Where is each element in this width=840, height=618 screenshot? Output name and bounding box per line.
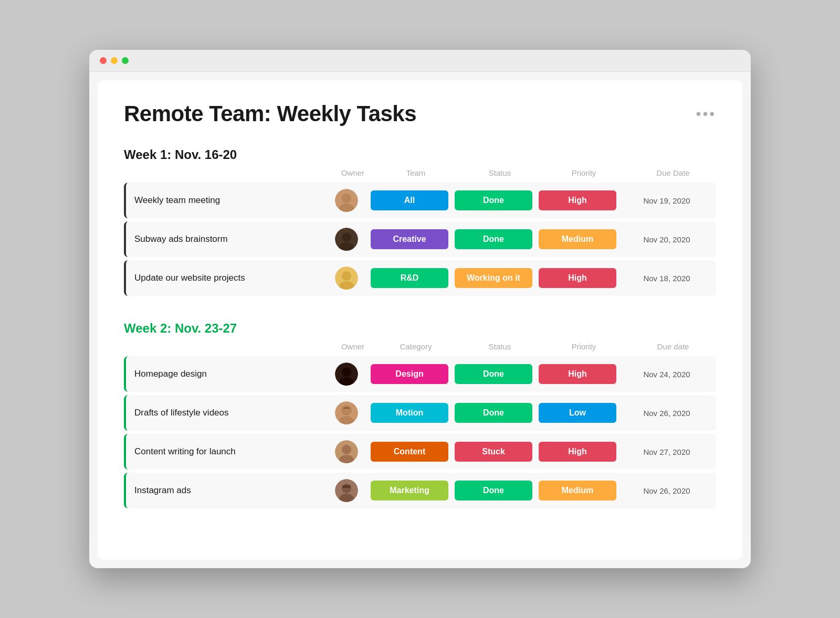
close-dot[interactable] xyxy=(100,57,107,64)
week1-header: Week 1: Nov. 16-20 xyxy=(124,147,716,162)
table-row[interactable]: Homepage design Design Done High Nov 24,… xyxy=(124,356,716,392)
task-name: Update our website projects xyxy=(126,264,326,292)
col-duedate-w2: Due date xyxy=(626,342,720,351)
team-badge[interactable]: Content xyxy=(368,442,452,462)
team-badge[interactable]: Design xyxy=(368,364,452,384)
task-name: Content writing for launch xyxy=(126,438,326,465)
avatar xyxy=(326,363,368,386)
priority-badge[interactable]: Low xyxy=(536,403,620,423)
table-row[interactable]: Content writing for launch Content Stuck… xyxy=(124,434,716,470)
task-name: Instagram ads xyxy=(126,477,326,504)
row-add-button[interactable]: + xyxy=(714,406,716,420)
priority-badge[interactable]: High xyxy=(536,364,620,384)
row-add-button[interactable]: + xyxy=(714,193,716,208)
table-row[interactable]: Drafts of lifestyle videos Motion Done L… xyxy=(124,395,716,431)
week2-task-list: Homepage design Design Done High Nov 24,… xyxy=(124,356,716,508)
status-badge[interactable]: Done xyxy=(452,229,536,249)
row-add-button[interactable]: + xyxy=(714,483,716,498)
status-badge[interactable]: Done xyxy=(452,481,536,500)
team-badge[interactable]: All xyxy=(368,190,452,210)
app-window: Remote Team: Weekly Tasks ••• Week 1: No… xyxy=(89,50,751,568)
col-owner-w1: Owner xyxy=(332,168,374,177)
task-name: Weekly team meeting xyxy=(126,187,326,214)
team-badge[interactable]: R&D xyxy=(368,268,452,288)
svg-point-13 xyxy=(341,405,352,415)
week2-title: Week 2: Nov. 23-27 xyxy=(124,321,237,336)
week1-task-list: Weekly team meeting All Done High Nov 19… xyxy=(124,183,716,296)
priority-badge[interactable]: High xyxy=(536,442,620,462)
week2-col-headers: Owner Category Status Priority Due date xyxy=(124,342,716,354)
week2-header: Week 2: Nov. 23-27 xyxy=(124,321,716,336)
svg-point-1 xyxy=(342,194,351,203)
svg-point-19 xyxy=(342,484,351,493)
table-row[interactable]: Instagram ads Marketing Done Medium Nov … xyxy=(124,473,716,508)
col-duedate-w1: Due Date xyxy=(626,168,720,177)
table-row[interactable]: Weekly team meeting All Done High Nov 19… xyxy=(124,183,716,218)
avatar xyxy=(326,401,368,424)
team-badge[interactable]: Marketing xyxy=(368,481,452,500)
due-date: Nov 27, 2020 xyxy=(620,447,714,456)
row-add-button[interactable]: + xyxy=(714,367,716,381)
status-badge[interactable]: Done xyxy=(452,190,536,210)
col-owner-w2: Owner xyxy=(332,342,374,351)
avatar xyxy=(326,479,368,502)
col-category-w2: Category xyxy=(374,342,458,351)
status-badge[interactable]: Done xyxy=(452,364,536,384)
priority-badge[interactable]: Medium xyxy=(536,229,620,249)
team-badge[interactable]: Motion xyxy=(368,403,452,423)
week1-title: Week 1: Nov. 16-20 xyxy=(124,147,237,162)
more-menu-button[interactable]: ••• xyxy=(696,105,716,122)
title-bar xyxy=(89,50,751,72)
week1-col-headers: Owner Team Status Priority Due Date xyxy=(124,168,716,180)
col-status-w1: Status xyxy=(458,168,542,177)
due-date: Nov 19, 2020 xyxy=(620,196,714,205)
svg-point-10 xyxy=(342,367,351,377)
row-add-button[interactable]: + xyxy=(714,271,716,285)
page-header: Remote Team: Weekly Tasks ••• xyxy=(124,101,716,126)
col-team-w1: Team xyxy=(374,168,458,177)
task-name: Homepage design xyxy=(126,360,326,388)
week1-section: Week 1: Nov. 16-20 Owner Team Status Pri… xyxy=(124,147,716,296)
team-badge[interactable]: Creative xyxy=(368,229,452,249)
status-badge[interactable]: Working on it xyxy=(452,268,536,288)
due-date: Nov 20, 2020 xyxy=(620,235,714,244)
page-content: Remote Team: Weekly Tasks ••• Week 1: No… xyxy=(98,80,742,560)
row-add-button[interactable]: + xyxy=(714,232,716,247)
due-date: Nov 24, 2020 xyxy=(620,370,714,379)
priority-badge[interactable]: High xyxy=(536,268,620,288)
svg-rect-21 xyxy=(342,485,351,488)
due-date: Nov 26, 2020 xyxy=(620,409,714,418)
page-title: Remote Team: Weekly Tasks xyxy=(124,101,416,126)
week2-section: Week 2: Nov. 23-27 Owner Category Status… xyxy=(124,321,716,508)
priority-badge[interactable]: Medium xyxy=(536,481,620,500)
status-badge[interactable]: Stuck xyxy=(452,442,536,462)
avatar xyxy=(326,228,368,251)
minimize-dot[interactable] xyxy=(111,57,118,64)
status-badge[interactable]: Done xyxy=(452,403,536,423)
col-status-w2: Status xyxy=(458,342,542,351)
priority-badge[interactable]: High xyxy=(536,190,620,210)
due-date: Nov 26, 2020 xyxy=(620,486,714,495)
avatar xyxy=(326,267,368,290)
due-date: Nov 18, 2020 xyxy=(620,274,714,283)
svg-point-7 xyxy=(342,271,351,281)
avatar xyxy=(326,440,368,463)
task-name: Drafts of lifestyle videos xyxy=(126,399,326,427)
svg-point-16 xyxy=(342,445,351,454)
avatar xyxy=(326,189,368,212)
task-name: Subway ads brainstorm xyxy=(126,226,326,253)
col-priority-w1: Priority xyxy=(542,168,626,177)
row-add-button[interactable]: + xyxy=(714,444,716,459)
expand-dot[interactable] xyxy=(122,57,129,64)
col-priority-w2: Priority xyxy=(542,342,626,351)
table-row[interactable]: Subway ads brainstorm Creative Done Medi… xyxy=(124,221,716,257)
svg-point-4 xyxy=(342,232,351,242)
table-row[interactable]: Update our website projects R&D Working … xyxy=(124,260,716,296)
